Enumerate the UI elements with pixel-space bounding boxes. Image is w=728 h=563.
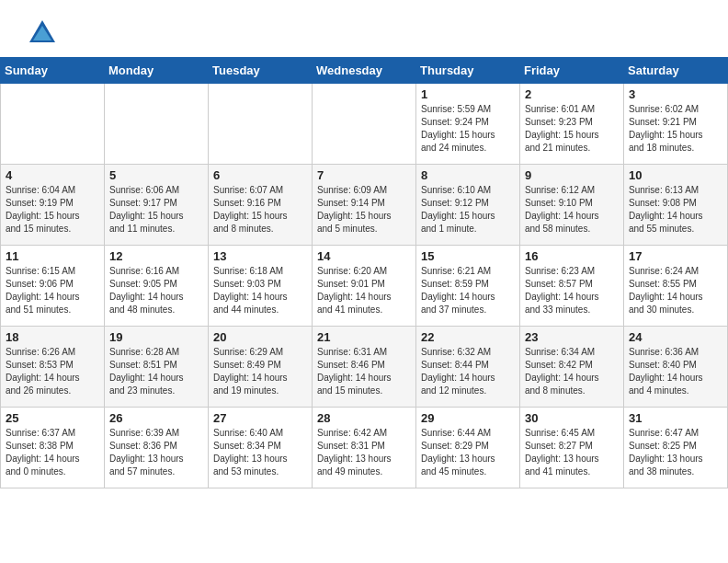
day-number: 5 [109, 168, 203, 182]
day-number: 12 [109, 249, 203, 263]
calendar-week-row: 1Sunrise: 5:59 AM Sunset: 9:24 PM Daylig… [1, 84, 728, 165]
logo [22, 17, 59, 50]
day-info: Sunrise: 6:24 AM Sunset: 8:55 PM Dayligh… [629, 265, 722, 316]
day-info: Sunrise: 6:06 AM Sunset: 9:17 PM Dayligh… [109, 184, 203, 236]
day-number: 10 [629, 168, 722, 182]
day-number: 4 [6, 168, 99, 182]
calendar-cell: 9Sunrise: 6:12 AM Sunset: 9:10 PM Daylig… [520, 165, 624, 246]
calendar-cell: 11Sunrise: 6:15 AM Sunset: 9:06 PM Dayli… [1, 246, 105, 327]
calendar-cell: 25Sunrise: 6:37 AM Sunset: 8:38 PM Dayli… [1, 408, 105, 488]
calendar-cell: 20Sunrise: 6:29 AM Sunset: 8:49 PM Dayli… [209, 327, 313, 408]
calendar-cell: 21Sunrise: 6:31 AM Sunset: 8:46 PM Dayli… [313, 327, 416, 408]
day-number: 24 [629, 330, 722, 344]
calendar-cell: 24Sunrise: 6:36 AM Sunset: 8:40 PM Dayli… [624, 327, 728, 408]
calendar-cell: 28Sunrise: 6:42 AM Sunset: 8:31 PM Dayli… [313, 408, 416, 488]
calendar-week-row: 11Sunrise: 6:15 AM Sunset: 9:06 PM Dayli… [1, 246, 728, 327]
calendar-cell: 6Sunrise: 6:07 AM Sunset: 9:16 PM Daylig… [209, 165, 313, 246]
weekday-header-row: SundayMondayTuesdayWednesdayThursdayFrid… [1, 58, 728, 84]
calendar-cell: 4Sunrise: 6:04 AM Sunset: 9:19 PM Daylig… [1, 165, 105, 246]
calendar-week-row: 4Sunrise: 6:04 AM Sunset: 9:19 PM Daylig… [1, 165, 728, 246]
calendar-cell: 14Sunrise: 6:20 AM Sunset: 9:01 PM Dayli… [313, 246, 416, 327]
calendar-cell: 22Sunrise: 6:32 AM Sunset: 8:44 PM Dayli… [416, 327, 520, 408]
day-info: Sunrise: 6:37 AM Sunset: 8:38 PM Dayligh… [6, 427, 99, 478]
weekday-header-friday: Friday [520, 58, 624, 84]
calendar-cell: 30Sunrise: 6:45 AM Sunset: 8:27 PM Dayli… [520, 408, 624, 488]
weekday-header-tuesday: Tuesday [209, 58, 313, 84]
day-number: 17 [629, 249, 722, 263]
day-info: Sunrise: 6:12 AM Sunset: 9:10 PM Dayligh… [525, 184, 619, 236]
day-info: Sunrise: 6:21 AM Sunset: 8:59 PM Dayligh… [421, 265, 515, 316]
day-number: 6 [213, 168, 307, 182]
day-number: 31 [629, 411, 722, 425]
calendar-cell: 2Sunrise: 6:01 AM Sunset: 9:23 PM Daylig… [520, 84, 624, 165]
calendar-cell [105, 84, 209, 165]
day-number: 26 [109, 411, 203, 425]
day-info: Sunrise: 6:07 AM Sunset: 9:16 PM Dayligh… [213, 184, 307, 236]
day-number: 8 [421, 168, 515, 182]
calendar-table: SundayMondayTuesdayWednesdayThursdayFrid… [0, 57, 728, 488]
calendar-cell [313, 84, 416, 165]
day-number: 18 [6, 330, 99, 344]
weekday-header-saturday: Saturday [624, 58, 728, 84]
calendar-cell: 5Sunrise: 6:06 AM Sunset: 9:17 PM Daylig… [105, 165, 209, 246]
weekday-header-wednesday: Wednesday [313, 58, 416, 84]
day-number: 29 [421, 411, 515, 425]
day-info: Sunrise: 6:28 AM Sunset: 8:51 PM Dayligh… [109, 346, 203, 397]
day-info: Sunrise: 6:15 AM Sunset: 9:06 PM Dayligh… [6, 265, 99, 316]
day-number: 23 [525, 330, 619, 344]
day-info: Sunrise: 6:44 AM Sunset: 8:29 PM Dayligh… [421, 427, 515, 478]
day-info: Sunrise: 6:23 AM Sunset: 8:57 PM Dayligh… [525, 265, 619, 316]
weekday-header-thursday: Thursday [416, 58, 520, 84]
day-info: Sunrise: 5:59 AM Sunset: 9:24 PM Dayligh… [421, 103, 515, 155]
calendar-cell: 15Sunrise: 6:21 AM Sunset: 8:59 PM Dayli… [416, 246, 520, 327]
day-number: 3 [629, 87, 722, 101]
calendar-week-row: 18Sunrise: 6:26 AM Sunset: 8:53 PM Dayli… [1, 327, 728, 408]
calendar-cell: 23Sunrise: 6:34 AM Sunset: 8:42 PM Dayli… [520, 327, 624, 408]
calendar-cell: 17Sunrise: 6:24 AM Sunset: 8:55 PM Dayli… [624, 246, 728, 327]
day-info: Sunrise: 6:09 AM Sunset: 9:14 PM Dayligh… [317, 184, 411, 236]
day-number: 1 [421, 87, 515, 101]
day-number: 2 [525, 87, 619, 101]
day-number: 28 [317, 411, 411, 425]
day-info: Sunrise: 6:39 AM Sunset: 8:36 PM Dayligh… [109, 427, 203, 478]
calendar-cell: 27Sunrise: 6:40 AM Sunset: 8:34 PM Dayli… [209, 408, 313, 488]
calendar-cell [209, 84, 313, 165]
day-info: Sunrise: 6:40 AM Sunset: 8:34 PM Dayligh… [213, 427, 307, 478]
day-info: Sunrise: 6:26 AM Sunset: 8:53 PM Dayligh… [6, 346, 99, 397]
day-info: Sunrise: 6:18 AM Sunset: 9:03 PM Dayligh… [213, 265, 307, 316]
day-info: Sunrise: 6:34 AM Sunset: 8:42 PM Dayligh… [525, 346, 619, 397]
calendar-cell: 16Sunrise: 6:23 AM Sunset: 8:57 PM Dayli… [520, 246, 624, 327]
day-number: 7 [317, 168, 411, 182]
calendar-cell: 13Sunrise: 6:18 AM Sunset: 9:03 PM Dayli… [209, 246, 313, 327]
day-info: Sunrise: 6:29 AM Sunset: 8:49 PM Dayligh… [213, 346, 307, 397]
day-info: Sunrise: 6:36 AM Sunset: 8:40 PM Dayligh… [629, 346, 722, 397]
calendar-cell: 3Sunrise: 6:02 AM Sunset: 9:21 PM Daylig… [624, 84, 728, 165]
day-info: Sunrise: 6:13 AM Sunset: 9:08 PM Dayligh… [629, 184, 722, 236]
day-info: Sunrise: 6:01 AM Sunset: 9:23 PM Dayligh… [525, 103, 619, 155]
day-number: 22 [421, 330, 515, 344]
calendar-cell: 31Sunrise: 6:47 AM Sunset: 8:25 PM Dayli… [624, 408, 728, 488]
day-info: Sunrise: 6:32 AM Sunset: 8:44 PM Dayligh… [421, 346, 515, 397]
day-info: Sunrise: 6:31 AM Sunset: 8:46 PM Dayligh… [317, 346, 411, 397]
day-info: Sunrise: 6:04 AM Sunset: 9:19 PM Dayligh… [6, 184, 99, 236]
day-info: Sunrise: 6:45 AM Sunset: 8:27 PM Dayligh… [525, 427, 619, 478]
calendar-cell: 12Sunrise: 6:16 AM Sunset: 9:05 PM Dayli… [105, 246, 209, 327]
day-number: 15 [421, 249, 515, 263]
day-number: 19 [109, 330, 203, 344]
logo-icon [26, 17, 59, 50]
calendar-cell: 26Sunrise: 6:39 AM Sunset: 8:36 PM Dayli… [105, 408, 209, 488]
day-info: Sunrise: 6:20 AM Sunset: 9:01 PM Dayligh… [317, 265, 411, 316]
calendar-week-row: 25Sunrise: 6:37 AM Sunset: 8:38 PM Dayli… [1, 408, 728, 488]
calendar-cell: 18Sunrise: 6:26 AM Sunset: 8:53 PM Dayli… [1, 327, 105, 408]
day-number: 20 [213, 330, 307, 344]
day-number: 30 [525, 411, 619, 425]
day-info: Sunrise: 6:02 AM Sunset: 9:21 PM Dayligh… [629, 103, 722, 155]
day-number: 14 [317, 249, 411, 263]
calendar-cell: 7Sunrise: 6:09 AM Sunset: 9:14 PM Daylig… [313, 165, 416, 246]
day-info: Sunrise: 6:16 AM Sunset: 9:05 PM Dayligh… [109, 265, 203, 316]
day-info: Sunrise: 6:42 AM Sunset: 8:31 PM Dayligh… [317, 427, 411, 478]
weekday-header-sunday: Sunday [1, 58, 105, 84]
day-number: 9 [525, 168, 619, 182]
weekday-header-monday: Monday [105, 58, 209, 84]
day-number: 25 [6, 411, 99, 425]
